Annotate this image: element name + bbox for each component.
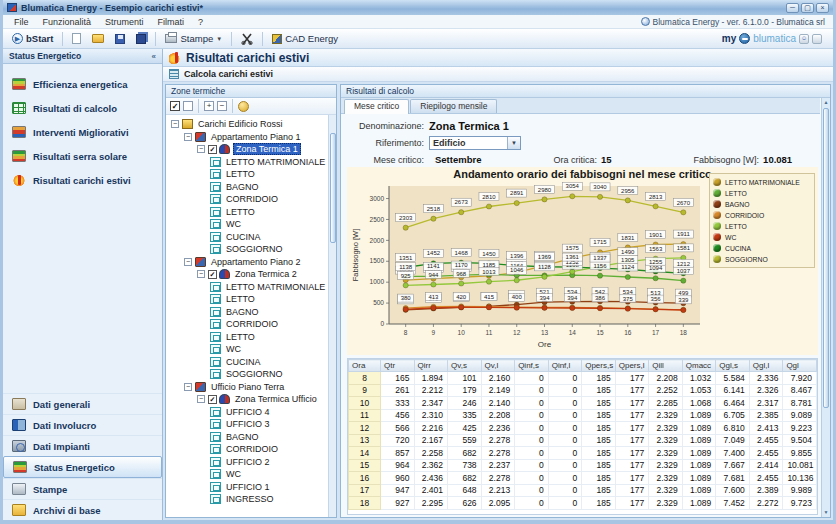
tree-node-corridoio[interactable]: CORRIDOIO xyxy=(169,318,328,331)
sidebar-nav-dati-generali[interactable]: Dati generali xyxy=(3,393,162,414)
tree-expander-icon[interactable]: − xyxy=(197,395,205,403)
tree-node-letto[interactable]: LETTO xyxy=(169,206,328,219)
tree-node-ingresso[interactable]: INGRESSO xyxy=(169,493,328,506)
col-header-qgl-l[interactable]: Qgl,l xyxy=(749,360,783,372)
menu-file[interactable]: File xyxy=(7,17,36,27)
tree-node-carichi-edificio-rossi[interactable]: −Carichi Edificio Rossi xyxy=(169,118,328,131)
close-button[interactable]: × xyxy=(816,3,829,13)
tree-node-ufficio-2[interactable]: UFFICIO 2 xyxy=(169,456,328,469)
sidebar-item-efficienza-energetica[interactable]: Efficienza energetica xyxy=(3,72,162,96)
tree-node-ufficio-piano-terra[interactable]: −Ufficio Piano Terra xyxy=(169,381,328,394)
tree-node-ufficio-1[interactable]: UFFICIO 1 xyxy=(169,481,328,494)
bstart-button[interactable]: ▶ bStart xyxy=(8,32,57,45)
tree-node-wc[interactable]: WC xyxy=(169,343,328,356)
riferimento-select[interactable]: Edificio ▼ xyxy=(429,136,521,150)
chevron-down-icon[interactable]: ▼ xyxy=(507,137,520,149)
sidebar-item-risultati-carichi-estivi[interactable]: Risultati carichi estivi xyxy=(3,168,162,192)
tree-expander-icon[interactable]: − xyxy=(197,145,205,153)
table-row[interactable]: 189272.2956262.095001851772.3291.0897.45… xyxy=(349,497,817,510)
collapse-all-button[interactable]: − xyxy=(217,101,227,111)
tools-icon[interactable] xyxy=(238,101,249,112)
tree-expander-icon[interactable]: − xyxy=(184,258,192,266)
col-header-qinf-l[interactable]: Qinf,l xyxy=(548,360,582,372)
col-header-qinf-s[interactable]: Qinf,s xyxy=(515,360,549,372)
tree-node-letto-matrimoniale[interactable]: LETTO MATRIMONIALE xyxy=(169,281,328,294)
col-header-qpers-l[interactable]: Qpers,l xyxy=(615,360,649,372)
tab-mese-critico[interactable]: Mese critico xyxy=(344,99,409,114)
table-row[interactable]: 81651.8941012.160001851772.2081.0325.584… xyxy=(349,372,817,385)
menu-strumenti[interactable]: Strumenti xyxy=(98,17,151,27)
check-all-button[interactable]: ✓ xyxy=(170,101,180,111)
sidebar-item-risultati-serra-solare[interactable]: Risultati serra solare xyxy=(3,144,162,168)
tree-node-zona-termica-ufficio[interactable]: −✓Zona Termica Ufficio xyxy=(169,393,328,406)
sidebar-nav-dati-impianti[interactable]: Dati Impianti xyxy=(3,435,162,456)
sidebar-nav-status-energetico[interactable]: Status Energetico xyxy=(3,456,162,478)
tree-expander-icon[interactable]: − xyxy=(184,383,192,391)
col-header-qill[interactable]: Qill xyxy=(649,360,683,372)
table-row[interactable]: 169602.4366822.278001851772.3291.0897.68… xyxy=(349,472,817,485)
new-file-button[interactable] xyxy=(68,32,85,45)
tree-scrollbar-thumb[interactable] xyxy=(330,133,336,243)
scroll-down-icon[interactable]: ▼ xyxy=(822,508,830,517)
tree-node-cucina[interactable]: CUCINA xyxy=(169,231,328,244)
col-header-qpers-s[interactable]: Qpers,s xyxy=(582,360,616,372)
tree-node-soggiorno[interactable]: SOGGIORNO xyxy=(169,368,328,381)
table-row[interactable]: 125662.2164252.236001851772.3291.0896.81… xyxy=(349,422,817,435)
tree-node-letto[interactable]: LETTO xyxy=(169,331,328,344)
tree-node-cucina[interactable]: CUCINA xyxy=(169,356,328,369)
tree-scrollbar[interactable] xyxy=(328,115,336,517)
col-header-qirr[interactable]: Qirr xyxy=(414,360,448,372)
user-badge-icon[interactable]: ☺ xyxy=(799,34,809,44)
table-row[interactable]: 92612.2121792.149001851772.2521.0536.141… xyxy=(349,384,817,397)
tree-node-ufficio-4[interactable]: UFFICIO 4 xyxy=(169,406,328,419)
col-header-qmacc[interactable]: Qmacc xyxy=(682,360,716,372)
table-row[interactable]: 148572.2586822.278001851772.3291.0897.40… xyxy=(349,447,817,460)
table-row[interactable]: 159642.3627382.237001851772.3291.0897.66… xyxy=(349,459,817,472)
node-checkbox[interactable]: ✓ xyxy=(208,270,217,279)
sidebar-item-risultati-di-calcolo[interactable]: Risultati di calcolo xyxy=(3,96,162,120)
tree-node-corridoio[interactable]: CORRIDOIO xyxy=(169,193,328,206)
tree-expander-icon[interactable]: − xyxy=(171,120,179,128)
sidebar-nav-stampe[interactable]: Stampe xyxy=(3,478,162,499)
col-header-qv-s[interactable]: Qv,s xyxy=(448,360,482,372)
inbox-icon[interactable] xyxy=(812,34,822,44)
node-checkbox[interactable]: ✓ xyxy=(208,145,217,154)
table-row[interactable]: 179472.4016482.213001851772.3291.0897.60… xyxy=(349,484,817,497)
tree-node-bagno[interactable]: BAGNO xyxy=(169,181,328,194)
results-scrollbar[interactable]: ▲ ▼ xyxy=(821,98,830,517)
tree-node-wc[interactable]: WC xyxy=(169,468,328,481)
tree-node-appartamento-piano-1[interactable]: −Appartamento Piano 1 xyxy=(169,131,328,144)
minimize-button[interactable]: ─ xyxy=(786,3,799,13)
table-row[interactable]: 103332.3472462.140001851772.2851.0686.46… xyxy=(349,397,817,410)
collapse-sidebar-icon[interactable]: « xyxy=(152,52,156,61)
menu-funzionalit[interactable]: Funzionalità xyxy=(36,17,99,27)
col-header-qgl[interactable]: Qgl xyxy=(783,360,817,372)
tree-expander-icon[interactable]: − xyxy=(184,133,192,141)
col-header-qgl-s[interactable]: Qgl,s xyxy=(716,360,750,372)
tree-node-wc[interactable]: WC xyxy=(169,218,328,231)
table-row[interactable]: 137202.1675592.278001851772.3291.0897.04… xyxy=(349,434,817,447)
sidebar-nav-dati-involucro[interactable]: Dati Involucro xyxy=(3,414,162,435)
tree-node-letto[interactable]: LETTO xyxy=(169,293,328,306)
col-header-ora[interactable]: Ora xyxy=(349,360,381,372)
col-header-qtr[interactable]: Qtr xyxy=(381,360,415,372)
tree-expander-icon[interactable]: − xyxy=(197,270,205,278)
sidebar-item-interventi-migliorativi[interactable]: Interventi Migliorativi xyxy=(3,120,162,144)
save-all-button[interactable] xyxy=(132,33,150,45)
tree-node-letto-matrimoniale[interactable]: LETTO MATRIMONIALE xyxy=(169,156,328,169)
maximize-button[interactable]: ▢ xyxy=(801,3,814,13)
calcola-carichi-button[interactable]: Calcola carichi estivi xyxy=(184,69,273,79)
tab-riepilogo-mensile[interactable]: Riepilogo mensile xyxy=(410,99,497,113)
tree-node-bagno[interactable]: BAGNO xyxy=(169,306,328,319)
tree-node-corridoio[interactable]: CORRIDOIO xyxy=(169,443,328,456)
node-checkbox[interactable]: ✓ xyxy=(208,395,217,404)
menu-filmati[interactable]: Filmati xyxy=(151,17,192,27)
tree-node-zona-termica-1[interactable]: −✓Zona Termica 1 xyxy=(169,143,328,156)
uncheck-all-button[interactable] xyxy=(183,101,193,111)
expand-all-button[interactable]: + xyxy=(204,101,214,111)
tree-node-appartamento-piano-2[interactable]: −Appartamento Piano 2 xyxy=(169,256,328,269)
stampe-button[interactable]: Stampe ▼ xyxy=(161,32,226,45)
col-header-qv-l[interactable]: Qv,l xyxy=(481,360,515,372)
sidebar-nav-archivi-di-base[interactable]: Archivi di base xyxy=(3,499,162,520)
cad-energy-button[interactable]: CAD Energy xyxy=(268,32,342,45)
